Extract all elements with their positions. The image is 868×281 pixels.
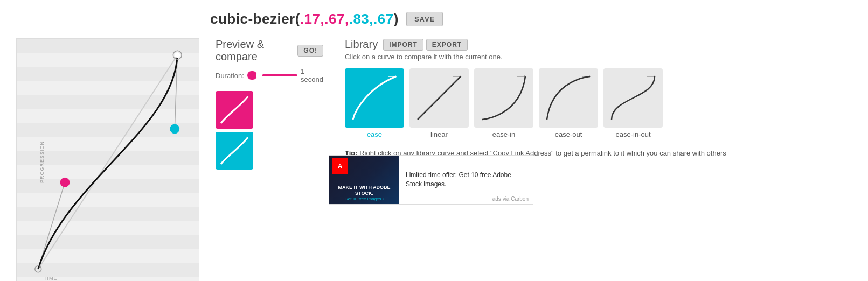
- axis-time-label: TIME: [44, 276, 58, 281]
- param-p4: .67: [373, 11, 394, 27]
- ad-title: Limited time offer: Get 10 free Adobe St…: [406, 171, 526, 189]
- curve-svg-ease-in: [477, 71, 531, 125]
- cubic-bezier-formula: cubic-bezier(.17,.67,.83,.67): [210, 11, 399, 27]
- adobe-logo: A: [332, 158, 348, 174]
- curve-svg-linear: [412, 71, 466, 125]
- preview-boxes: [216, 91, 323, 170]
- formula-close: ): [394, 11, 399, 27]
- duration-toggle[interactable]: [247, 71, 257, 80]
- svg-line-0: [38, 55, 177, 269]
- svg-point-5: [175, 52, 180, 58]
- curve-label-ease-out: ease-out: [555, 130, 582, 138]
- formula-prefix: cubic-bezier(: [210, 11, 300, 27]
- curve-svg-ease-out: [541, 71, 595, 125]
- library-title: Library: [345, 38, 378, 51]
- preview-area: Preview & compare GO! Duration: 1 second: [216, 38, 323, 281]
- header: cubic-bezier(.17,.67,.83,.67) SAVE: [16, 11, 852, 27]
- curve-box-ease-in-out[interactable]: [603, 68, 663, 128]
- ad-image: A MAKE IT WITH ADOBE STOCK. Get 10 free …: [329, 156, 399, 204]
- comma3: ,: [369, 11, 373, 27]
- control-point-2[interactable]: [170, 124, 179, 134]
- import-button[interactable]: IMPORT: [383, 39, 423, 51]
- ad-make-it: MAKE IT WITH ADOBE STOCK.: [332, 185, 397, 196]
- svg-line-7: [221, 137, 248, 164]
- comma2: ,: [345, 11, 349, 27]
- curve-label-ease-in-out: ease-in-out: [615, 130, 650, 138]
- curve-item-ease[interactable]: ease: [345, 68, 404, 138]
- preview-curve-pink: [218, 94, 251, 126]
- axis-progression-label: PROGRESSION: [39, 141, 45, 183]
- duration-slider-track: [262, 74, 275, 76]
- curve-label-linear: linear: [430, 130, 448, 138]
- curve-item-linear[interactable]: linear: [409, 68, 469, 138]
- curve-item-ease-in-out[interactable]: ease-in-out: [603, 68, 663, 138]
- curve-box-ease[interactable]: [345, 68, 404, 128]
- library-header: Library IMPORT EXPORT: [345, 38, 852, 51]
- preview-title: Preview & compare: [216, 38, 293, 63]
- param-p2: .67: [324, 11, 345, 27]
- control-point-1[interactable]: [60, 178, 70, 187]
- svg-line-12: [418, 76, 461, 120]
- preview-box-teal: [216, 132, 253, 170]
- toggle-knob: [256, 72, 262, 79]
- curve-box-linear[interactable]: [409, 68, 469, 128]
- curve-box-ease-in[interactable]: [474, 68, 533, 128]
- curve-item-ease-out[interactable]: ease-out: [539, 68, 598, 138]
- library-curves: ease linear: [345, 68, 852, 138]
- duration-slider[interactable]: [262, 74, 297, 76]
- save-button[interactable]: SAVE: [406, 12, 443, 26]
- go-button[interactable]: GO!: [297, 45, 323, 57]
- curve-label-ease: ease: [367, 130, 382, 138]
- preview-box-pink: [216, 91, 253, 129]
- ad-text-area: Limited time offer: Get 10 free Adobe St…: [399, 165, 533, 194]
- export-button[interactable]: EXPORT: [426, 39, 468, 51]
- ad-container[interactable]: A MAKE IT WITH ADOBE STOCK. Get 10 free …: [329, 155, 533, 205]
- preview-header: Preview & compare GO!: [216, 38, 323, 63]
- library-area: Library IMPORT EXPORT Click on a curve t…: [345, 38, 852, 281]
- param-p3: .83: [349, 11, 370, 27]
- bezier-canvas[interactable]: PROGRESSION TIME: [16, 38, 199, 281]
- ads-via: ads via Carbon: [492, 196, 529, 202]
- param-p1: .17: [300, 11, 321, 27]
- library-subtitle: Click on a curve to compare it with the …: [345, 53, 852, 61]
- ad-get-free[interactable]: Get 10 free images ›: [332, 196, 397, 201]
- duration-label: Duration:: [216, 72, 244, 80]
- curve-box-ease-out[interactable]: [539, 68, 598, 128]
- content-row: PROGRESSION TIME Preview & compare GO! D…: [16, 38, 852, 281]
- curve-svg-ease-in-out: [606, 71, 660, 125]
- svg-line-6: [221, 96, 248, 123]
- curve-svg-ease: [348, 71, 401, 125]
- duration-row: Duration: 1 second: [216, 67, 323, 83]
- duration-value: 1 second: [301, 67, 323, 83]
- curve-label-ease-in: ease-in: [492, 130, 516, 138]
- preview-curve-teal: [218, 135, 251, 167]
- curve-item-ease-in[interactable]: ease-in: [474, 68, 533, 138]
